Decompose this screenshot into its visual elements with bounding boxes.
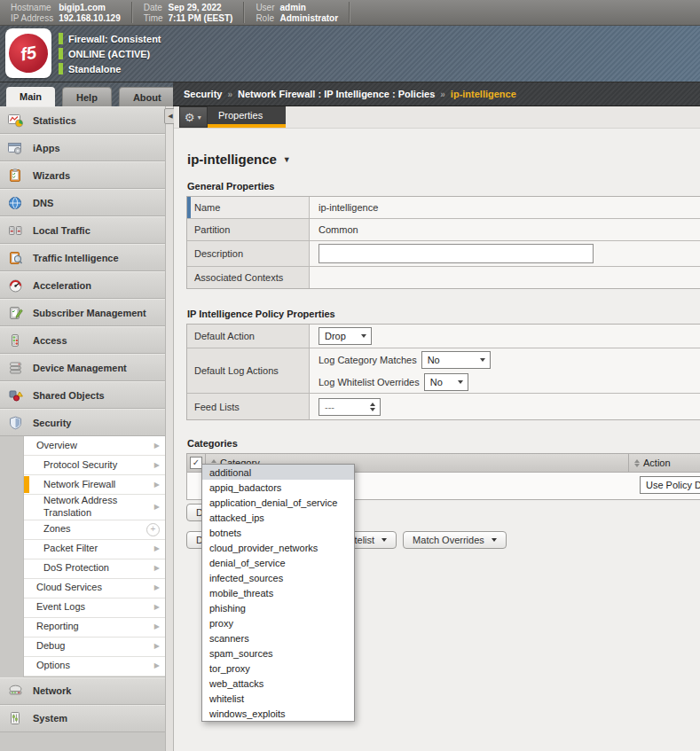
submenu-item-packet-filter[interactable]: Packet Filter▶: [24, 540, 165, 559]
sidebar-item-wizards[interactable]: Wizards: [0, 161, 165, 189]
chevron-right-icon: ▶: [154, 661, 160, 670]
action-column-header[interactable]: Action: [628, 454, 700, 472]
status-text: Firewall: Consistent: [68, 34, 161, 44]
dropdown-option-denial_of_service[interactable]: denial_of_service: [202, 555, 354, 570]
submenu-item-label: Options: [36, 660, 70, 672]
f5-logo[interactable]: f5: [5, 28, 51, 78]
system-icon: [7, 711, 25, 725]
submenu-item-overview[interactable]: Overview▶: [24, 436, 165, 456]
feed-lists-label: Feed Lists: [187, 394, 310, 419]
traffic-intelligence-icon: [7, 251, 25, 265]
user-value: admin: [280, 3, 339, 12]
sidebar-item-local-traffic[interactable]: Local Traffic: [0, 216, 165, 244]
dropdown-option-additional[interactable]: additional: [202, 465, 354, 480]
page-title-menu-arrow[interactable]: ▼: [283, 155, 291, 164]
submenu-item-label: Overview: [36, 440, 77, 452]
iapps-icon: [7, 141, 25, 155]
sidebar-item-acceleration[interactable]: Acceleration: [0, 271, 165, 299]
sidebar-item-label: Shared Objects: [33, 390, 105, 401]
status-line: Firewall: Consistent: [59, 31, 161, 46]
submenu-item-network-address-translation[interactable]: Network Address Translation▶: [24, 495, 165, 520]
sidebar-item-network[interactable]: Network: [0, 677, 165, 705]
submenu-item-label: Event Logs: [36, 601, 85, 614]
submenu-item-label: Network Firewall: [43, 479, 115, 491]
sidebar-item-shared-objects[interactable]: Shared Objects: [0, 381, 165, 409]
dropdown-option-application_denial_of_service[interactable]: application_denial_of_service: [202, 495, 354, 510]
status-text: ONLINE (ACTIVE): [68, 49, 150, 59]
dropdown-option-scanners[interactable]: scanners: [202, 630, 354, 645]
log-category-matches-label: Log Category Matches: [319, 355, 417, 365]
submenu-item-options[interactable]: Options▶: [24, 657, 165, 677]
nav-tab-about[interactable]: About: [119, 87, 176, 106]
sidebar-item-label: Local Traffic: [33, 225, 90, 236]
local-traffic-icon: [7, 223, 25, 238]
description-input[interactable]: [319, 244, 594, 263]
submenu-item-debug[interactable]: Debug▶: [24, 638, 165, 657]
dropdown-option-whitelist[interactable]: whitelist: [202, 691, 354, 706]
submenu-item-reporting[interactable]: Reporting▶: [24, 618, 165, 638]
user-info: User admin Role Administrator: [245, 0, 349, 25]
log-category-matches-select[interactable]: No: [421, 351, 491, 369]
dropdown-option-attacked_ips[interactable]: attacked_ips: [202, 510, 354, 525]
log-whitelist-overrides-label: Log Whitelist Overrides: [319, 377, 420, 387]
submenu-item-network-firewall[interactable]: Network Firewall▶: [24, 475, 165, 495]
breadcrumb-section[interactable]: Security: [184, 89, 222, 99]
dropdown-option-phishing[interactable]: phishing: [202, 600, 354, 615]
feed-lists-select[interactable]: ---: [319, 398, 381, 416]
submenu-item-cloud-services[interactable]: Cloud Services▶: [24, 579, 165, 598]
sidebar-item-security[interactable]: Security: [0, 409, 165, 436]
gear-menu-button[interactable]: ⚙ ▼: [179, 106, 208, 128]
select-all-checkbox[interactable]: ✓: [190, 457, 202, 469]
sidebar-item-access[interactable]: Access: [0, 326, 165, 354]
submenu-item-protocol-security[interactable]: Protocol Security▶: [24, 456, 165, 475]
shared-objects-icon: [7, 388, 25, 403]
dropdown-option-botnets[interactable]: botnets: [202, 525, 354, 540]
associated-contexts-label: Associated Contexts: [187, 267, 310, 288]
associated-contexts-value: [310, 267, 700, 288]
sidebar-item-subscriber-management[interactable]: Subscriber Management: [0, 299, 165, 326]
dropdown-option-cloud_provider_networks[interactable]: cloud_provider_networks: [202, 540, 354, 555]
dropdown-option-windows_exploits[interactable]: windows_exploits: [202, 706, 354, 721]
sidebar-item-statistics[interactable]: Statistics: [0, 106, 165, 134]
host-info: Hostname bigip1.com IP Address 192.168.1…: [0, 0, 131, 25]
chevron-right-icon: ▶: [154, 461, 160, 470]
sidebar-item-system[interactable]: System: [0, 705, 165, 732]
tab-properties[interactable]: Properties: [208, 106, 286, 128]
property-row-name: Nameip-intelligence: [187, 197, 700, 219]
nav-tab-help[interactable]: Help: [62, 87, 112, 106]
sidebar-divider: ◀: [165, 106, 174, 751]
submenu-item-event-logs[interactable]: Event Logs▶: [24, 598, 165, 618]
partition-text: Common: [319, 224, 358, 235]
main-wrap: StatisticsiAppsWizardsDNSLocal TrafficTr…: [0, 106, 700, 751]
log-whitelist-overrides-select[interactable]: No: [424, 373, 468, 391]
submenu-item-label: Zones: [43, 523, 71, 536]
submenu-item-label: DoS Protection: [43, 562, 109, 575]
submenu-item-dos-protection[interactable]: DoS Protection▶: [24, 559, 165, 579]
action-select[interactable]: Use Policy Default: [640, 476, 700, 494]
sidebar-item-label: Statistics: [33, 115, 76, 126]
dropdown-option-mobile_threats[interactable]: mobile_threats: [202, 585, 354, 600]
dropdown-option-tor_proxy[interactable]: tor_proxy: [202, 661, 354, 676]
chevron-down-icon: [361, 334, 366, 338]
plus-icon[interactable]: +: [146, 523, 160, 536]
breadcrumb-path[interactable]: Network Firewall : IP Intelligence : Pol…: [238, 89, 435, 99]
general-properties-heading: General Properties: [187, 181, 700, 192]
match-overrides-button[interactable]: Match Overrides: [403, 531, 507, 549]
sidebar-item-iapps[interactable]: iApps: [0, 134, 165, 161]
dropdown-option-web_attacks[interactable]: web_attacks: [202, 676, 354, 691]
dropdown-option-proxy[interactable]: proxy: [202, 615, 354, 630]
sidebar-item-label: Security: [33, 418, 71, 428]
chevron-right-icon: ▶: [154, 544, 160, 553]
submenu-item-zones[interactable]: Zones+: [24, 520, 165, 540]
submenu-item-label: Cloud Services: [36, 582, 102, 594]
sidebar-item-traffic-intelligence[interactable]: Traffic Intelligence: [0, 244, 165, 271]
dropdown-option-infected_sources[interactable]: infected_sources: [202, 570, 354, 585]
sidebar-item-dns[interactable]: DNS: [0, 189, 165, 216]
nav-tab-main[interactable]: Main: [6, 87, 55, 106]
user-label: User: [256, 3, 274, 12]
default-action-select[interactable]: Drop: [319, 327, 372, 345]
dropdown-option-spam_sources[interactable]: spam_sources: [202, 645, 354, 661]
dropdown-option-appiq_badactors[interactable]: appiq_badactors: [202, 480, 354, 495]
sidebar-item-device-management[interactable]: Device Management: [0, 354, 165, 381]
page-title: ip-intelligence ▼: [187, 152, 700, 167]
